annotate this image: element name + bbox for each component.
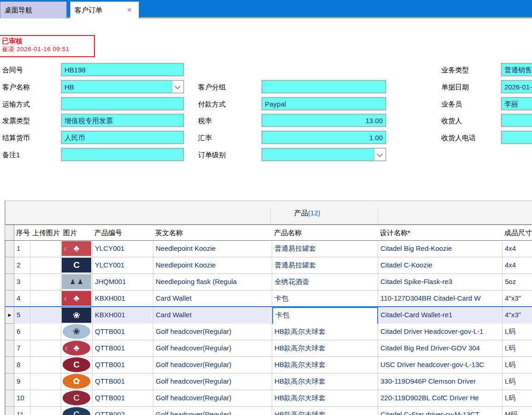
cell-design-name[interactable]: 330-119D946P Clemson Driver bbox=[378, 374, 503, 390]
table-row[interactable]: 2CYLCY001Needlepoint Koozie普通易拉罐套Citadel… bbox=[5, 257, 532, 274]
table-row[interactable]: 8CQTTB001Golf headcover(Regular)HB款高尔夫球套… bbox=[5, 357, 532, 374]
cell-design-name[interactable]: Citadel Spike-Flask-re3 bbox=[378, 274, 503, 290]
cell-english-name[interactable]: Golf headcover(Regular) bbox=[153, 324, 272, 340]
cell-product-code[interactable]: YLCY001 bbox=[93, 241, 153, 257]
field-settlement-currency[interactable]: 人民币 bbox=[61, 131, 184, 144]
cell-seq[interactable]: 7 bbox=[14, 340, 30, 357]
cell-size[interactable]: M码 bbox=[503, 407, 532, 415]
row-selector-current[interactable]: ▶ bbox=[5, 307, 14, 324]
cell-product-name[interactable]: 普通易拉罐套 bbox=[272, 257, 378, 274]
cell-english-name[interactable]: Needlepoint Koozie bbox=[153, 257, 272, 274]
field-consignee-phone[interactable] bbox=[501, 131, 532, 144]
tab-customer-order[interactable]: 客户订单 × bbox=[70, 1, 139, 18]
cell-image[interactable]: C bbox=[61, 357, 93, 374]
cell-upload-image[interactable] bbox=[30, 374, 61, 390]
cell-image[interactable]: C bbox=[61, 407, 93, 415]
cell-seq[interactable]: 4 bbox=[14, 290, 30, 307]
cell-image[interactable]: ✿ bbox=[61, 374, 93, 390]
column-header-5[interactable]: 产品名称 bbox=[272, 225, 378, 240]
cell-upload-image[interactable] bbox=[30, 324, 61, 340]
cell-size[interactable]: 4x4 bbox=[503, 257, 532, 274]
cell-size[interactable]: L码 bbox=[503, 340, 532, 357]
cell-seq[interactable]: 8 bbox=[14, 357, 30, 374]
field-tax-rate[interactable]: 13.00 bbox=[262, 114, 386, 127]
table-row[interactable]: 11CQTTB002Golf headcover(Regular)HB款高尔夫球… bbox=[5, 407, 532, 415]
cell-size[interactable]: L码 bbox=[503, 357, 532, 374]
cell-seq[interactable]: 9 bbox=[14, 374, 30, 390]
cell-product-code[interactable]: YLCY001 bbox=[93, 257, 153, 274]
row-selector[interactable] bbox=[5, 340, 14, 357]
grid-corner-box[interactable] bbox=[5, 225, 14, 240]
cell-seq[interactable]: 1 bbox=[14, 241, 30, 257]
cell-image[interactable]: ❀ bbox=[61, 324, 93, 340]
cell-size[interactable]: L码 bbox=[503, 374, 532, 390]
cell-english-name[interactable]: Golf headcover(Regular) bbox=[153, 407, 272, 415]
column-header-6[interactable]: 设计名称* bbox=[378, 225, 503, 240]
cell-english-name[interactable]: Card Wallet bbox=[153, 290, 272, 307]
cell-image[interactable]: C bbox=[61, 257, 93, 274]
row-selector[interactable] bbox=[5, 274, 14, 290]
column-header-2[interactable]: 图片 bbox=[61, 225, 93, 240]
cell-upload-image[interactable] bbox=[30, 257, 61, 274]
products-tab[interactable]: 产品(12) bbox=[257, 201, 358, 225]
field-remark1[interactable] bbox=[61, 148, 184, 161]
row-selector[interactable] bbox=[5, 407, 14, 415]
cell-size[interactable]: 5oz bbox=[503, 274, 532, 290]
column-header-4[interactable]: 英文名称 bbox=[153, 225, 272, 240]
row-selector[interactable] bbox=[5, 357, 14, 374]
cell-english-name[interactable]: Golf headcover(Regular) bbox=[153, 390, 272, 407]
cell-size[interactable]: L码 bbox=[503, 324, 532, 340]
column-header-3[interactable]: 产品编号 bbox=[93, 225, 153, 240]
cell-english-name[interactable]: Card Wallet bbox=[153, 307, 272, 324]
field-document-date[interactable]: 2026-01-16 bbox=[501, 80, 532, 93]
cell-english-name[interactable]: Needlepoint Koozie bbox=[153, 241, 272, 257]
order-level-dropdown-button[interactable] bbox=[374, 148, 386, 160]
cell-product-code[interactable]: KBXH001 bbox=[93, 307, 153, 324]
field-business-type[interactable]: 普通销售 bbox=[501, 63, 532, 76]
cell-product-name[interactable]: HB款高尔夫球套 bbox=[272, 357, 378, 374]
cell-size[interactable]: 4"x3" bbox=[503, 290, 532, 307]
cell-design-name[interactable]: 110-127D304BR Citadel-Card W bbox=[378, 290, 503, 307]
field-customer-name[interactable]: HB bbox=[61, 80, 184, 93]
row-selector[interactable] bbox=[5, 290, 14, 307]
cell-product-name[interactable]: 普通易拉罐套 bbox=[272, 241, 378, 257]
table-row[interactable]: 9✿QTTB001Golf headcover(Regular)HB款高尔夫球套… bbox=[5, 374, 532, 390]
cell-upload-image[interactable] bbox=[30, 274, 61, 290]
cell-image[interactable]: C bbox=[61, 390, 93, 407]
field-salesperson[interactable]: 李丽 bbox=[501, 97, 532, 110]
cell-image[interactable]: ❀ bbox=[61, 307, 93, 324]
cell-seq[interactable]: 2 bbox=[14, 257, 30, 274]
cell-seq[interactable]: 11 bbox=[14, 407, 30, 415]
cell-upload-image[interactable] bbox=[30, 357, 61, 374]
field-shipping-method[interactable] bbox=[61, 97, 184, 110]
cell-image[interactable]: ♣☾ bbox=[61, 340, 93, 357]
cell-product-code[interactable]: QTTB001 bbox=[93, 340, 153, 357]
cell-design-name[interactable]: Citadel C-Koozie bbox=[378, 257, 503, 274]
cell-design-name[interactable]: Citadel-Card Wallet-re1 bbox=[378, 307, 503, 324]
table-row[interactable]: 10CQTTB001Golf headcover(Regular)HB款高尔夫球… bbox=[5, 390, 532, 407]
cell-seq[interactable]: 10 bbox=[14, 390, 30, 407]
cell-size[interactable]: 4x4 bbox=[503, 241, 532, 257]
cell-seq[interactable]: 6 bbox=[14, 324, 30, 340]
cell-product-code[interactable]: QTTB001 bbox=[93, 390, 153, 407]
cell-seq[interactable]: 5 bbox=[14, 307, 30, 324]
table-row[interactable]: 6❀QTTB001Golf headcover(Regular)HB款高尔夫球套… bbox=[5, 324, 532, 340]
field-consignee[interactable] bbox=[501, 114, 532, 127]
table-row[interactable]: 7♣☾QTTB001Golf headcover(Regular)HB款高尔夫球… bbox=[5, 340, 532, 357]
column-header-7[interactable]: 成品尺寸 bbox=[503, 225, 532, 240]
field-exchange-rate[interactable]: 1.00 bbox=[262, 131, 386, 144]
field-payment-method[interactable]: Paypal bbox=[262, 97, 386, 110]
cell-product-name[interactable]: 卡包 bbox=[272, 290, 378, 307]
field-order-level[interactable] bbox=[262, 148, 386, 161]
cell-size[interactable]: 4"x3" bbox=[503, 307, 532, 324]
cell-design-name[interactable]: USC Driver headcover-gov-L-13C bbox=[378, 357, 503, 374]
cell-design-name[interactable]: Citadel Big Red Driver-GOV 304 bbox=[378, 340, 503, 357]
column-header-0[interactable]: 序号 bbox=[14, 225, 30, 240]
cell-upload-image[interactable] bbox=[30, 290, 61, 307]
close-tab-icon[interactable]: × bbox=[125, 2, 134, 18]
cell-product-name[interactable]: HB款高尔夫球套 bbox=[272, 374, 378, 390]
cell-image[interactable]: ♟ ♟ bbox=[61, 274, 93, 290]
row-selector[interactable] bbox=[5, 257, 14, 274]
cell-product-name[interactable]: HB款高尔夫球套 bbox=[272, 407, 378, 415]
cell-product-name[interactable]: HB款高尔夫球套 bbox=[272, 324, 378, 340]
